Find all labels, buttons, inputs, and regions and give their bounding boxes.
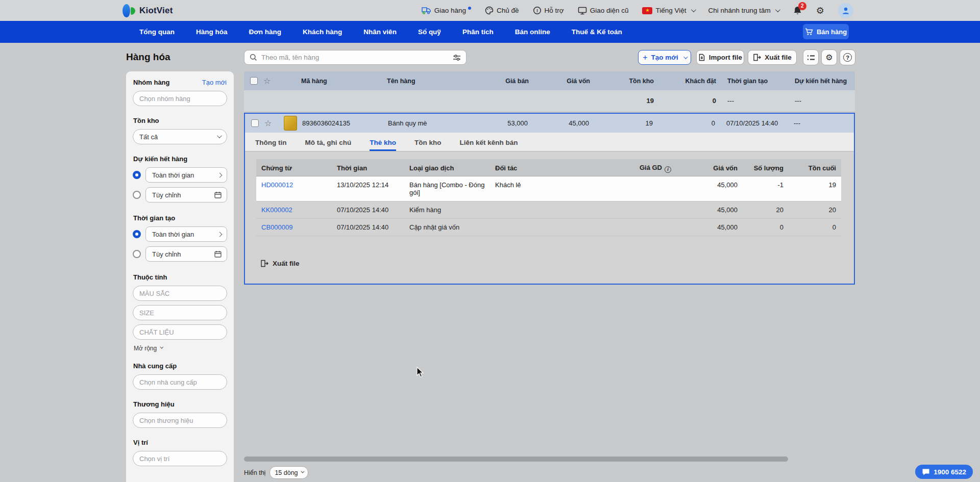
ledger-gia-von: 45,000 [676,176,743,193]
support-menu-item[interactable]: ! Hỗ trợ [533,6,564,15]
horizontal-scrollbar-thumb[interactable] [244,456,788,462]
document-link[interactable]: KK000002 [256,201,332,218]
ledger-ton-cuoi: 0 [789,219,841,236]
ledger-row[interactable]: CB000009 07/10/2025 14:40 Cập nhật giá v… [256,219,841,236]
col-ten-hang: Tên hàng [387,78,475,85]
product-khach-dat: 0 [655,119,717,127]
kiotviet-logo-icon [122,4,136,18]
help-button[interactable]: ? [840,49,855,65]
info-icon[interactable]: i [665,166,671,173]
filter-panel: Nhóm hàng Tạo mới Tồn kho Tất cả Dự kiến… [126,71,234,482]
theme-menu-item[interactable]: Chủ đề [485,6,519,15]
ledger-gia-gd [618,176,676,186]
calendar-icon [214,191,222,198]
import-file-button[interactable]: Import file [696,50,744,65]
nav-tong-quan[interactable]: Tổng quan [129,21,185,43]
col-loai-giao-dich: Loại giao dịch [404,160,490,176]
supplier-filter-input[interactable] [133,374,227,390]
expand-label: Mở rộng [134,345,157,352]
nav-hang-hoa[interactable]: Hàng hóa [185,21,238,43]
filter-sliders-icon[interactable] [453,54,461,61]
attribute-material-input[interactable] [133,324,227,340]
product-thoi-gian-tao: 07/10/2025 14:40 [717,119,794,127]
delivery-new-dot [468,7,471,10]
list-view-button[interactable] [803,49,819,65]
topbar: KiotViet Giao hàng Chủ đề ! [0,0,980,21]
nav-so-quy[interactable]: Sổ quỹ [407,21,452,43]
create-new-button[interactable]: + Tạo mới [638,50,691,65]
ledger-row[interactable]: HD000012 13/10/2025 12:14 Bán hàng [Comb… [256,176,841,201]
page-size-select[interactable]: 15 dòng [270,466,308,479]
create-group-link[interactable]: Tạo mới [202,79,227,86]
sell-button[interactable]: Bán hàng [803,24,849,39]
nav-phan-tich[interactable]: Phân tích [452,21,504,43]
ledger-partner [490,219,618,228]
column-settings-button[interactable]: ⚙ [821,49,837,65]
radio-unselected-icon[interactable] [133,191,141,199]
tab-thong-tin[interactable]: Thông tin [255,139,286,151]
tab-the-kho[interactable]: Thẻ kho [370,139,396,151]
settings-button[interactable]: ⚙ [816,6,824,15]
sell-button-label: Bán hàng [817,28,847,36]
ledger-gia-von: 45,000 [676,219,743,236]
page-size-value: 15 dòng [275,469,298,476]
favorite-star-icon[interactable]: ☆ [263,76,279,86]
ledger-time: 13/10/2025 12:14 [332,176,404,193]
location-filter-input[interactable] [133,451,227,466]
branch-selector[interactable]: Chi nhánh trung tâm [708,7,779,14]
language-selector[interactable]: ★ Tiếng Việt [642,7,694,14]
expand-attributes-link[interactable]: Mở rộng [134,345,227,352]
brand-filter-input[interactable] [133,413,227,428]
stock-filter-select[interactable]: Tất cả [133,129,227,144]
attribute-color-input[interactable] [133,286,227,301]
tab-ton-kho[interactable]: Tồn kho [414,139,442,151]
nav-nhan-vien[interactable]: Nhân viên [353,21,407,43]
hotline-button[interactable]: 1900 6522 [915,465,973,479]
notifications-button[interactable]: 2 [793,6,802,16]
favorite-star-icon[interactable]: ☆ [264,118,280,128]
nav-khach-hang[interactable]: Khách hàng [292,21,353,43]
attribute-size-input[interactable] [133,305,227,320]
col-gia-von: Giá vốn [531,78,592,85]
radio-unselected-icon[interactable] [133,250,141,258]
ledger-header: Chứng từ Thời gian Loại giao dịch Đối tá… [256,159,841,176]
stock-filter-label: Tồn kho [133,117,159,124]
notification-badge: 2 [798,2,806,10]
radio-selected-icon[interactable] [133,171,141,179]
kiotviet-logo: KiotViet [122,4,173,18]
ledger-so-luong: 20 [743,201,789,218]
document-link[interactable]: HD000012 [256,176,332,193]
chat-bubble-icon [922,468,930,476]
export-file-button[interactable]: Xuất file [748,50,797,65]
user-avatar[interactable] [838,3,853,18]
out-of-stock-custom-option[interactable]: Tùy chỉnh [145,187,227,202]
ledger-export-button[interactable]: Xuất file [260,260,300,267]
col-gia-ban: Giá bán [475,78,531,85]
search-input[interactable] [261,54,449,61]
out-of-stock-all-time-option[interactable]: Toàn thời gian [145,167,227,183]
person-icon [842,7,850,15]
ledger-type: Cập nhật giá vốn [404,219,490,236]
nav-thue-ke-toan[interactable]: Thuế & Kế toán [561,21,633,43]
display-label: Hiển thị [244,469,265,476]
delivery-menu-item[interactable]: Giao hàng [422,7,471,14]
document-link[interactable]: CB000009 [256,219,332,236]
chevron-down-icon [691,7,696,12]
row-checkbox[interactable] [251,119,259,127]
product-table-header: ☆ Mã hàng Tên hàng Giá bán Giá vốn Tồn k… [244,71,855,90]
group-filter-input[interactable] [133,91,227,106]
location-filter-label: Vị trí [133,439,148,446]
language-label: Tiếng Việt [655,7,686,14]
created-time-custom-option[interactable]: Tùy chỉnh [145,246,227,262]
tab-lien-ket-kenh-ban[interactable]: Liên kết kênh bán [460,139,518,151]
created-time-all-time-option[interactable]: Toàn thời gian [145,226,227,242]
nav-ban-online[interactable]: Bán online [504,21,561,43]
old-ui-menu-item[interactable]: Giao diện cũ [578,7,629,15]
ledger-row[interactable]: KK000002 07/10/2025 14:40 Kiểm hàng 45,0… [256,201,841,219]
product-row[interactable]: ☆ 8936036024135 Bánh quy mè 53,000 45,00… [245,114,854,133]
stock-filter-value: Tất cả [139,133,158,141]
tab-mo-ta-ghi-chu[interactable]: Mô tả, ghi chú [305,139,351,151]
nav-don-hang[interactable]: Đơn hàng [238,21,292,43]
radio-selected-icon[interactable] [133,230,141,238]
select-all-checkbox[interactable] [250,77,258,85]
